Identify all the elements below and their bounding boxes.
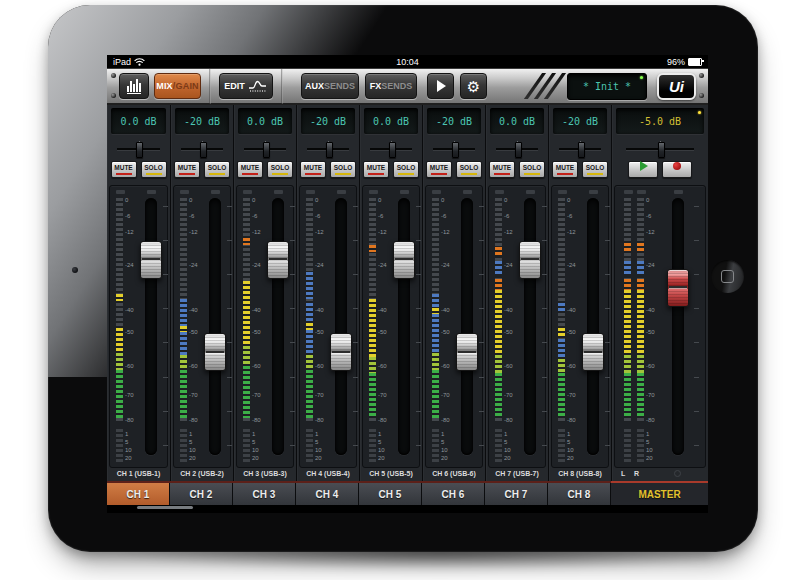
- tick-mark: [416, 206, 421, 207]
- solo-button[interactable]: SOLO: [456, 161, 482, 178]
- gr-scale-label: 20: [252, 455, 259, 461]
- player-button[interactable]: [427, 73, 454, 99]
- fader-track[interactable]: [587, 198, 599, 455]
- fader-cap[interactable]: [267, 241, 289, 279]
- scale-label: -50: [646, 329, 655, 335]
- aux-sends-button[interactable]: AUXSENDS: [301, 73, 359, 99]
- tab-ch-8[interactable]: CH 8: [548, 483, 611, 505]
- pan-thumb[interactable]: [515, 142, 522, 158]
- scale-label: -6: [441, 213, 446, 219]
- edit-button[interactable]: EDIT: [219, 73, 273, 99]
- ui-logo-button[interactable]: Ui: [657, 73, 696, 100]
- mute-button[interactable]: MUTE: [489, 161, 515, 178]
- master-record-button[interactable]: [662, 161, 692, 178]
- solo-button[interactable]: SOLO: [393, 161, 419, 178]
- meter-segment-block: [558, 303, 565, 312]
- fader-cap[interactable]: [519, 241, 541, 279]
- pan-slider[interactable]: [552, 135, 608, 159]
- scale-label: -6: [315, 213, 320, 219]
- fader-track[interactable]: [145, 198, 157, 455]
- fader-cap[interactable]: [204, 333, 226, 371]
- tick-mark: [605, 411, 610, 412]
- mix-gain-button[interactable]: MIX/GAIN: [154, 73, 201, 99]
- tab-ch-7[interactable]: CH 7: [485, 483, 548, 505]
- master-play-button[interactable]: [628, 161, 658, 178]
- pan-thumb[interactable]: [263, 142, 270, 158]
- rivet-icon: [699, 93, 704, 98]
- pan-thumb[interactable]: [452, 142, 459, 158]
- gain-reduction-meter: [180, 429, 187, 462]
- tick-mark: [479, 240, 484, 241]
- fader-panel: 0-6-12-24-40-50-60-70-80151020: [488, 185, 546, 468]
- mute-button[interactable]: MUTE: [363, 161, 389, 178]
- fader-track[interactable]: [398, 198, 410, 455]
- pan-thumb[interactable]: [326, 142, 333, 158]
- pan-slider[interactable]: [489, 135, 545, 159]
- tab-ch-4[interactable]: CH 4: [296, 483, 359, 505]
- fader-track[interactable]: [524, 198, 536, 455]
- pan-slider[interactable]: [300, 135, 356, 159]
- tab-ch-1[interactable]: CH 1: [107, 483, 170, 505]
- solo-button[interactable]: SOLO: [141, 161, 167, 178]
- solo-button[interactable]: SOLO: [204, 161, 230, 178]
- fader-track[interactable]: [209, 198, 221, 455]
- settings-button[interactable]: ⚙: [460, 73, 487, 99]
- gr-scale-label: 10: [646, 447, 653, 453]
- pan-slider[interactable]: [363, 135, 419, 159]
- home-button[interactable]: [711, 260, 744, 293]
- solo-button[interactable]: SOLO: [267, 161, 293, 178]
- pan-thumb[interactable]: [136, 142, 143, 158]
- fx-sends-button[interactable]: FXSENDS: [365, 73, 417, 99]
- tick-mark: [290, 206, 295, 207]
- fader-track[interactable]: [461, 198, 473, 455]
- pan-slider[interactable]: [174, 135, 230, 159]
- fader-cap[interactable]: [582, 333, 604, 371]
- pan-thumb[interactable]: [389, 142, 396, 158]
- cap-hint-icon: [116, 190, 125, 194]
- meter-segment-block: [637, 373, 644, 418]
- tab-ch-3[interactable]: CH 3: [233, 483, 296, 505]
- fader-cap[interactable]: [456, 333, 478, 371]
- pan-thumb[interactable]: [578, 142, 585, 158]
- pan-slider[interactable]: [237, 135, 293, 159]
- fader-cap[interactable]: [393, 241, 415, 279]
- mute-button[interactable]: MUTE: [237, 161, 263, 178]
- soundcraft-stripes-icon: [533, 73, 557, 99]
- scale-label: -12: [125, 229, 134, 235]
- channel-level-meter: [243, 198, 250, 422]
- tick-mark: [416, 411, 421, 412]
- solo-underline-icon: [524, 173, 540, 175]
- solo-button[interactable]: SOLO: [330, 161, 356, 178]
- balance-slider[interactable]: [615, 135, 705, 159]
- scroll-indicator[interactable]: [137, 506, 193, 509]
- mute-button[interactable]: MUTE: [426, 161, 452, 178]
- pan-slider[interactable]: [426, 135, 482, 159]
- tab-ch-2[interactable]: CH 2: [170, 483, 233, 505]
- scale-label: -60: [189, 363, 198, 369]
- meter-segment-block: [624, 355, 631, 373]
- fader-cap[interactable]: [140, 241, 162, 279]
- fader-cap[interactable]: [330, 333, 352, 371]
- meters-view-button[interactable]: [119, 73, 149, 99]
- master-db-display: -5.0 dB: [616, 108, 704, 134]
- meter-scale: 0-6-12-24-40-50-60-70-80: [567, 198, 585, 422]
- gain-reduction-meter: [624, 429, 631, 462]
- fader-track[interactable]: [272, 198, 284, 455]
- tab-ch-5[interactable]: CH 5: [359, 483, 422, 505]
- tab-master[interactable]: MASTER: [611, 483, 708, 505]
- fader-track[interactable]: [672, 198, 684, 455]
- pan-slider[interactable]: [110, 135, 167, 159]
- meter-scale: 0-6-12-24-40-50-60-70-80: [441, 198, 459, 422]
- mute-button[interactable]: MUTE: [174, 161, 200, 178]
- mute-button[interactable]: MUTE: [552, 161, 578, 178]
- gain-reduction-scale: 151020: [646, 429, 660, 462]
- fader-cap[interactable]: [667, 269, 689, 307]
- solo-button[interactable]: SOLO: [582, 161, 608, 178]
- pan-thumb[interactable]: [200, 142, 207, 158]
- fader-track[interactable]: [335, 198, 347, 455]
- balance-thumb[interactable]: [658, 142, 665, 158]
- tab-ch-6[interactable]: CH 6: [422, 483, 485, 505]
- solo-button[interactable]: SOLO: [519, 161, 545, 178]
- mute-button[interactable]: MUTE: [300, 161, 326, 178]
- mute-button[interactable]: MUTE: [111, 161, 137, 178]
